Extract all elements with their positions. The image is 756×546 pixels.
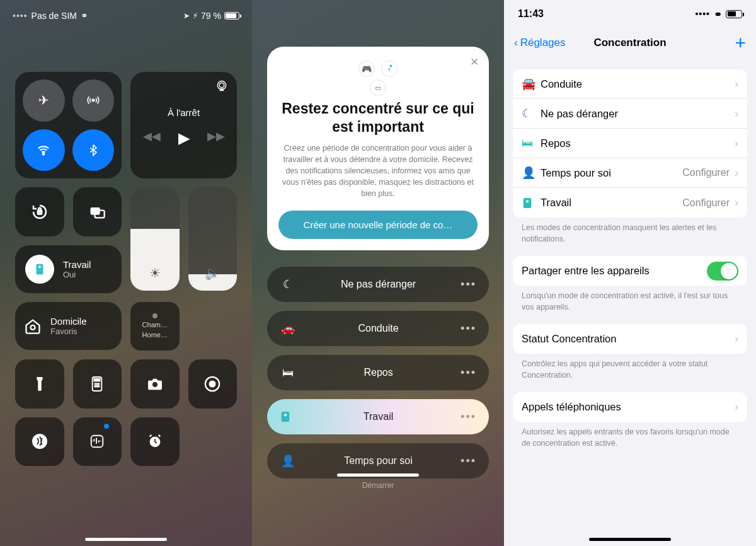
volume-slider[interactable]: 🔈 bbox=[188, 187, 238, 291]
cell-label: Repos bbox=[541, 137, 735, 149]
calculator-tile[interactable] bbox=[73, 359, 122, 409]
more-icon[interactable]: ••• bbox=[461, 455, 476, 468]
share-toggle[interactable] bbox=[707, 262, 738, 281]
mode-sleep[interactable]: 🛏 Repos › bbox=[513, 129, 747, 158]
focus-pill-driving[interactable]: 🚗 Conduite ••• bbox=[267, 311, 489, 346]
person-icon: 👤 bbox=[280, 454, 296, 468]
mode-work[interactable]: Travail Configurer › bbox=[513, 188, 747, 218]
screen-record-tile[interactable] bbox=[188, 359, 238, 409]
car-icon: 🚘 bbox=[522, 77, 541, 91]
battery-icon bbox=[224, 12, 239, 20]
cellular-toggle[interactable] bbox=[72, 79, 115, 122]
nav-bar: ‹ Réglages Concentration + bbox=[504, 28, 756, 58]
svg-rect-7 bbox=[37, 264, 43, 274]
car-icon: 🚗 bbox=[280, 322, 296, 335]
screen-mirroring-tile[interactable] bbox=[73, 187, 122, 236]
cell-detail: Configurer bbox=[682, 167, 730, 178]
brightness-icon: ☀︎ bbox=[149, 265, 161, 281]
chevron-right-icon: › bbox=[735, 332, 738, 346]
start-hint: Démarrer bbox=[267, 481, 489, 490]
focus-picker-screen: ✕ 🎮 ▭ Restez concentré sur ce qui est im… bbox=[252, 0, 504, 546]
reading-icon: ▭ bbox=[370, 79, 386, 96]
calculator-icon bbox=[90, 376, 104, 392]
chevron-right-icon: › bbox=[735, 196, 738, 209]
focus-badges: 🎮 bbox=[278, 61, 478, 77]
mode-driving[interactable]: 🚘 Conduite › bbox=[513, 69, 747, 99]
orientation-lock-icon bbox=[30, 202, 49, 221]
pill-label: Temps pour soi bbox=[296, 455, 461, 467]
airplay-icon[interactable] bbox=[215, 79, 228, 92]
moon-icon: ☾ bbox=[280, 277, 296, 291]
alarm-tile[interactable] bbox=[130, 417, 180, 467]
status-bar: 11:43 •••• ⚭ bbox=[504, 0, 756, 28]
more-icon[interactable]: ••• bbox=[461, 322, 476, 335]
game-icon: 🎮 bbox=[358, 61, 375, 77]
chevron-right-icon: › bbox=[735, 107, 738, 120]
focus-pill-work[interactable]: Travail ••• bbox=[267, 399, 489, 434]
svg-point-13 bbox=[96, 383, 98, 385]
home-indicator[interactable] bbox=[589, 538, 671, 541]
svg-point-21 bbox=[32, 434, 47, 449]
cell-detail: Configurer bbox=[682, 197, 730, 209]
focus-status-row[interactable]: Statut Concentration › bbox=[513, 324, 747, 354]
room-tile[interactable]: Cham… Home… bbox=[130, 302, 180, 351]
bluetooth-icon bbox=[87, 144, 100, 156]
create-focus-button[interactable]: Créer une nouvelle période de co… bbox=[278, 211, 478, 239]
shazam-tile[interactable] bbox=[73, 417, 122, 467]
home-indicator[interactable] bbox=[337, 473, 419, 477]
play-icon[interactable]: ▶ bbox=[178, 129, 190, 147]
focus-modes-group: 🚘 Conduite › ☾ Ne pas déranger › 🛏 Repos… bbox=[513, 69, 747, 218]
volume-icon: 🔈 bbox=[205, 265, 220, 281]
more-icon[interactable]: ••• bbox=[461, 366, 476, 380]
media-tile[interactable]: À l'arrêt ◀◀ ▶ ▶▶ bbox=[130, 72, 237, 178]
mode-dnd[interactable]: ☾ Ne pas déranger › bbox=[513, 99, 747, 129]
camera-tile[interactable] bbox=[130, 359, 180, 409]
chevron-right-icon: › bbox=[735, 166, 738, 180]
home-tile[interactable]: Domicile Favoris bbox=[15, 302, 122, 350]
home-sub: Favoris bbox=[50, 327, 87, 336]
mode-personal[interactable]: 👤 Temps pour soi Configurer › bbox=[513, 158, 747, 188]
screen-mirror-icon bbox=[88, 203, 106, 221]
svg-point-9 bbox=[31, 325, 35, 329]
bed-icon: 🛏 bbox=[522, 137, 541, 150]
back-button[interactable]: ‹ Réglages bbox=[514, 37, 566, 49]
next-icon[interactable]: ▶▶ bbox=[207, 129, 225, 147]
media-title: À l'arrêt bbox=[168, 107, 200, 118]
person-icon: 👤 bbox=[522, 166, 541, 180]
music-recognition-icon bbox=[89, 433, 105, 450]
airplane-toggle[interactable]: ✈︎ bbox=[23, 79, 65, 122]
page-title: Concentration bbox=[593, 37, 666, 49]
prev-icon[interactable]: ◀◀ bbox=[143, 129, 161, 147]
nfc-tile[interactable] bbox=[15, 417, 64, 467]
svg-point-14 bbox=[98, 383, 100, 385]
orientation-lock-tile[interactable] bbox=[15, 187, 64, 236]
svg-point-16 bbox=[96, 386, 98, 387]
antenna-icon bbox=[87, 94, 100, 107]
home-indicator[interactable] bbox=[85, 538, 167, 541]
more-icon[interactable]: ••• bbox=[461, 410, 476, 424]
bluetooth-toggle[interactable] bbox=[72, 129, 115, 171]
link-icon: ⚭ bbox=[714, 8, 722, 20]
focus-pill-dnd[interactable]: ☾ Ne pas déranger ••• bbox=[267, 267, 489, 302]
svg-rect-4 bbox=[38, 210, 42, 214]
pill-label: Repos bbox=[296, 367, 461, 378]
moon-icon: ☾ bbox=[522, 107, 541, 120]
more-icon[interactable]: ••• bbox=[461, 278, 476, 291]
settings-focus-screen: 11:43 •••• ⚭ ‹ Réglages Concentration + … bbox=[504, 0, 756, 546]
add-button[interactable]: + bbox=[735, 33, 746, 52]
brightness-slider[interactable]: ☀︎ bbox=[130, 187, 180, 291]
flashlight-tile[interactable] bbox=[15, 359, 64, 409]
focus-tile[interactable]: Travail Oui bbox=[15, 245, 122, 293]
connectivity-group[interactable]: ✈︎ bbox=[15, 72, 122, 178]
fitness-icon bbox=[381, 61, 398, 77]
close-icon[interactable]: ✕ bbox=[470, 55, 479, 69]
focus-pill-sleep[interactable]: 🛏 Repos ••• bbox=[267, 355, 489, 390]
wifi-toggle[interactable] bbox=[23, 129, 65, 171]
home-name: Domicile bbox=[50, 316, 87, 327]
status-group: Statut Concentration › bbox=[513, 324, 747, 354]
svg-point-20 bbox=[209, 380, 216, 387]
cell-label: Temps pour soi bbox=[541, 167, 682, 179]
phone-calls-row[interactable]: Appels téléphoniques › bbox=[513, 392, 747, 422]
charging-icon: ⚡︎ bbox=[193, 11, 198, 20]
svg-point-17 bbox=[98, 386, 100, 387]
